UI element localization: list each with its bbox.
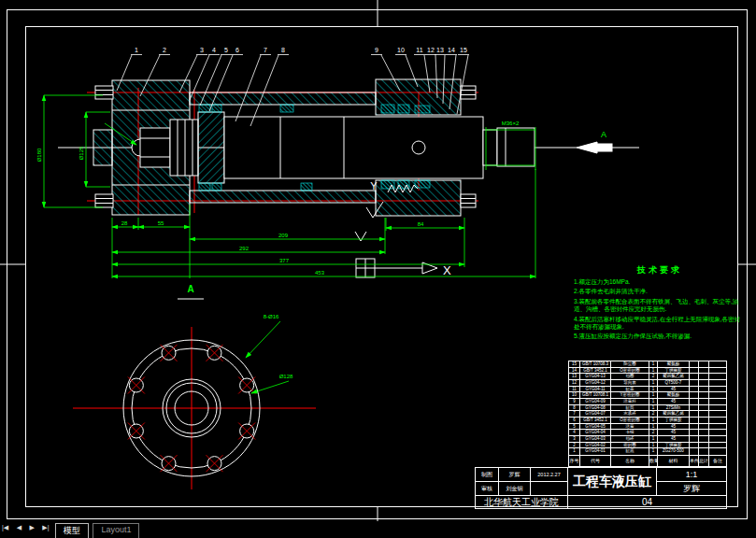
bom-cell: 卡键 — [611, 430, 649, 435]
bom-cell: GB/T 3452.1 — [580, 418, 611, 423]
bom-cell — [709, 448, 726, 455]
drawing-title: 工程车液压缸 — [568, 468, 657, 496]
tab-model[interactable]: 模型 — [55, 523, 89, 538]
bom-cell — [699, 443, 709, 448]
bom-cell — [690, 436, 699, 442]
bom-cell: 5 — [569, 424, 580, 430]
parts-list-table: 15GB/T 10708.3防尘圈1聚氨酯14GB/T 3452.1O形密封圈1… — [568, 361, 727, 467]
bom-cell: GYG04-03 — [580, 436, 611, 442]
tech-req-item: 1.额定压力为16MPa. — [574, 278, 746, 286]
bom-cell: GYG04-13 — [580, 374, 611, 379]
tab-nav-first[interactable]: |◀ — [2, 524, 8, 531]
bom-cell — [699, 392, 709, 398]
sheet-number: 04 — [568, 496, 726, 508]
bom-cell: GYG04-07 — [580, 411, 611, 417]
technical-requirements: 技术要求 1.额定压力为16MPa.2.各零件去毛刺并清洗干净.3.装配前各零件… — [574, 264, 746, 341]
bom-header-cell: 名称 — [611, 456, 649, 466]
dimension-text: 28 — [121, 220, 128, 226]
bom-cell: 丁腈橡胶 — [658, 368, 690, 374]
bom-cell: 1 — [649, 405, 658, 411]
section-label-a: A — [601, 130, 606, 139]
bom-cell: 1 — [649, 424, 658, 430]
bom-cell: 聚四氟乙烯 — [658, 374, 690, 379]
bom-cell: GB/T 10708.1 — [580, 392, 611, 398]
datum-y-label: Y — [370, 180, 378, 191]
bom-cell — [699, 387, 709, 392]
school-name: 北华航天工业学院 — [476, 496, 568, 508]
tab-nav-last[interactable]: ▶| — [42, 524, 49, 531]
bom-cell: 9 — [569, 399, 580, 404]
drawing-scale: 1:1 — [657, 468, 726, 482]
bolt-hole — [128, 422, 145, 439]
tab-layout1[interactable]: Layout1 — [93, 523, 139, 538]
parts-list-header: 序号代号名称数量材料单件总计备注 — [569, 455, 726, 466]
svg-text:13: 13 — [436, 47, 444, 53]
bom-row: 11GYG04-11缸盖145 — [569, 387, 726, 393]
bom-cell: 3 — [569, 436, 580, 442]
bom-cell: 1 — [649, 436, 658, 442]
bom-row: 3GYG04-03挡环145 — [569, 436, 726, 443]
bom-cell: 14 — [569, 368, 580, 374]
bom-cell: 缸筒 — [611, 405, 649, 411]
bom-cell — [699, 399, 709, 404]
bom-cell — [699, 430, 709, 435]
check-date — [531, 482, 568, 496]
bom-cell — [709, 392, 726, 398]
bom-cell — [699, 405, 709, 411]
svg-text:2: 2 — [163, 47, 166, 53]
svg-text:12: 12 — [427, 47, 435, 53]
bom-cell: 2 — [649, 374, 658, 379]
bom-cell — [699, 380, 709, 386]
bom-cell: 缸底 — [611, 448, 649, 455]
tech-req-item: 2.各零件去毛刺并清洗干净. — [574, 288, 746, 295]
dimension-text: 377 — [279, 258, 290, 263]
tech-req-item: 5.液压缸应按额定压力作保压试验,不得渗漏. — [574, 333, 746, 340]
bom-row: 4GYG04-04卡键245 — [569, 430, 726, 436]
bom-row: 2GYG04-02密封圈1丁腈橡胶 — [569, 443, 726, 449]
tech-req-item: 3.装配前各零件配合表面不得有铁屑、飞边、毛刺、灰尘等,油道、沟槽、各密封件应完… — [574, 298, 746, 314]
bom-cell — [709, 443, 726, 448]
bom-cell: GYG04-11 — [580, 387, 611, 392]
bom-cell: ZG270-500 — [658, 448, 690, 455]
bom-row: 15GB/T 10708.3防尘圈1聚氨酯 — [569, 361, 726, 368]
bom-cell — [690, 418, 699, 423]
bom-cell: GYG04-01 — [580, 448, 611, 455]
bom-header-cell: 序号 — [569, 456, 580, 466]
svg-text:4: 4 — [212, 47, 216, 53]
bom-cell — [699, 411, 709, 417]
tab-nav-prev[interactable]: ◀ — [17, 524, 21, 531]
bom-header-cell: 备注 — [709, 456, 726, 466]
dimension-text: Ø125 — [78, 146, 84, 160]
tech-req-item: 4.装配后活塞杆移动应平稳灵活,在全行程上无阻滞现象,各密封处不得有渗漏现象. — [574, 316, 746, 332]
bom-row: 14GB/T 3452.1O形密封圈1丁腈橡胶 — [569, 368, 726, 375]
bolt-hole — [128, 377, 145, 394]
bom-cell — [690, 424, 699, 430]
tab-nav-next[interactable]: ▶ — [30, 524, 35, 531]
bom-cell: 聚氨酯 — [658, 361, 690, 367]
bom-cell: 4 — [569, 430, 580, 435]
bom-cell — [709, 436, 726, 442]
bom-cell: 1 — [649, 418, 658, 423]
bom-cell: 27SiMn — [658, 405, 690, 411]
bom-cell — [709, 374, 726, 379]
cad-viewport: 285584209292377453M36×2Ø180Ø1258-Ø16Ø128… — [0, 0, 756, 538]
bolt-hole — [238, 422, 255, 439]
bom-cell: 聚氨酯 — [658, 392, 690, 398]
bom-cell — [690, 361, 699, 367]
bom-cell — [690, 380, 699, 386]
bom-cell — [690, 411, 699, 417]
bom-cell: 1 — [649, 443, 658, 448]
drawn-date: 2012.2.27 — [531, 468, 568, 482]
bom-cell: 2 — [649, 411, 658, 417]
bom-row: 7GYG04-07支承环2聚四氟乙烯 — [569, 411, 726, 418]
bom-cell: GYG04-12 — [580, 380, 611, 386]
bom-cell: 6 — [569, 418, 580, 423]
bom-cell — [690, 448, 699, 455]
check-label: 审核 — [476, 482, 499, 496]
bom-cell — [690, 387, 699, 392]
bom-cell: 1 — [649, 448, 658, 455]
dimension-text: 209 — [278, 233, 289, 238]
bom-cell: 15 — [569, 361, 580, 367]
bom-cell: 7 — [569, 411, 580, 417]
bom-cell — [699, 374, 709, 379]
